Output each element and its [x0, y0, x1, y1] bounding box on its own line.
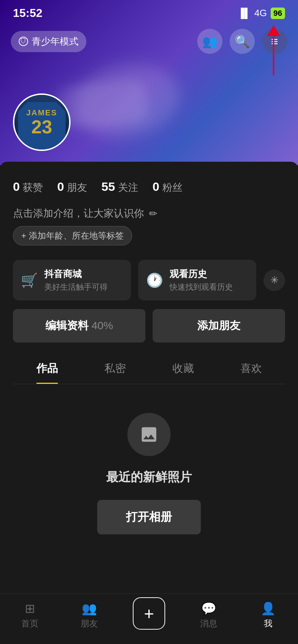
stat-num: 55: [101, 180, 115, 194]
quick-link-icon: 🕐: [146, 272, 163, 288]
open-album-label: 打开相册: [126, 510, 172, 523]
jersey-text: JAMES 23: [26, 108, 57, 136]
nav-icon-1: 👥: [82, 601, 97, 616]
edit-profile-button[interactable]: 编辑资料 40%: [13, 309, 145, 342]
quick-link-sub: 美好生活触手可得: [44, 282, 108, 293]
stat-label: 关注: [118, 181, 138, 194]
bio-placeholder: 点击添加介绍，让大家认识你: [13, 207, 144, 220]
nav-icon-0: ⊞: [25, 601, 35, 616]
annotation-arrow: [267, 25, 280, 75]
arrow-line: [273, 36, 274, 75]
quick-link-text: 抖音商城 美好生活触手可得: [44, 268, 108, 293]
nav-icon-4: 👤: [261, 601, 276, 616]
bottom-nav-item-1[interactable]: 👥 朋友: [60, 601, 119, 629]
asterisk-icon: ✳: [270, 274, 279, 286]
edit-icon: ✏: [149, 208, 157, 220]
add-tag-button[interactable]: + 添加年龄、所在地等标签: [13, 226, 132, 245]
shield-icon: ⛉: [19, 37, 28, 46]
quick-link-icon: 🛒: [21, 272, 38, 288]
youth-mode-button[interactable]: ⛉ 青少年模式: [11, 31, 86, 52]
edit-profile-percent: 40%: [91, 319, 113, 331]
friends-button[interactable]: 👥: [197, 29, 222, 54]
stat-num: 0: [153, 180, 159, 194]
bottom-nav-item-3[interactable]: 💬 消息: [179, 601, 239, 629]
search-icon: 🔍: [235, 34, 250, 49]
add-tag-label: + 添加年龄、所在地等标签: [21, 230, 124, 242]
add-friend-button[interactable]: 添加朋友: [153, 309, 285, 342]
bottom-nav-item-4[interactable]: 👤 我: [238, 601, 298, 629]
bottom-nav: ⊞ 首页 👥 朋友 + 💬 消息 👤 我: [0, 593, 298, 644]
status-time: 15:52: [13, 6, 42, 20]
bottom-nav-item-2[interactable]: +: [119, 601, 179, 630]
tabs-row: 作品私密收藏喜欢: [13, 353, 285, 384]
empty-state: 最近的新鲜照片 打开相册: [13, 384, 285, 556]
nav-label-0: 首页: [21, 618, 39, 629]
open-album-button[interactable]: 打开相册: [97, 500, 201, 534]
plus-icon: +: [144, 604, 154, 624]
empty-title: 最近的新鲜照片: [106, 469, 192, 486]
arrow-head: [267, 25, 280, 36]
main-content: 0获赞0朋友55关注0粉丝 点击添加介绍，让大家认识你 ✏ + 添加年龄、所在地…: [0, 162, 298, 644]
add-friend-label: 添加朋友: [197, 319, 240, 331]
quick-link-title: 抖音商城: [44, 268, 108, 280]
stat-label: 朋友: [67, 181, 87, 194]
action-buttons: 编辑资料 40% 添加朋友: [13, 309, 285, 342]
stat-item: 0朋友: [57, 180, 87, 194]
stat-label: 获赞: [23, 181, 43, 194]
stat-item: 0获赞: [13, 180, 43, 194]
friends-icon: 👥: [202, 34, 217, 49]
search-button[interactable]: 🔍: [230, 29, 255, 54]
stats-row: 0获赞0朋友55关注0粉丝: [13, 172, 285, 203]
jersey-number: 23: [26, 118, 57, 136]
quick-link-0[interactable]: 🛒 抖音商城 美好生活触手可得: [13, 260, 131, 300]
stat-item: 0粉丝: [153, 180, 182, 194]
tab-私密[interactable]: 私密: [81, 353, 149, 384]
network-label: 4G: [254, 8, 267, 19]
nav-label-1: 朋友: [81, 618, 98, 629]
tab-喜欢[interactable]: 喜欢: [217, 353, 285, 384]
avatar-area: JAMES 23: [13, 93, 71, 151]
battery-label: 96: [271, 8, 285, 19]
tab-收藏[interactable]: 收藏: [149, 353, 217, 384]
avatar[interactable]: JAMES 23: [13, 93, 71, 151]
avatar-inner: JAMES 23: [14, 95, 69, 150]
status-bar: 15:52 ▐▌ 4G 96: [0, 0, 298, 23]
stat-label: 粉丝: [162, 181, 182, 194]
empty-icon-circle: [127, 413, 171, 456]
status-icons: ▐▌ 4G 96: [238, 8, 285, 19]
tab-作品[interactable]: 作品: [13, 353, 81, 384]
photo-icon: [139, 425, 159, 444]
bio-section: 点击添加介绍，让大家认识你 ✏ + 添加年龄、所在地等标签: [13, 203, 285, 251]
nav-icon-3: 💬: [201, 601, 216, 616]
quick-link-1[interactable]: 🕐 观看历史 快速找到观看历史: [138, 260, 256, 300]
stat-num: 0: [57, 180, 64, 194]
quick-link-more-button[interactable]: ✳: [263, 270, 285, 291]
youth-mode-label: 青少年模式: [32, 35, 78, 48]
stat-item: 55关注: [101, 180, 138, 194]
edit-profile-label: 编辑资料: [45, 319, 89, 331]
hero-banner: ⛉ 青少年模式 👥 🔍 ≡ JAMES 23: [0, 0, 298, 165]
quick-link-title: 观看历史: [170, 268, 233, 280]
quick-links: 🛒 抖音商城 美好生活触手可得 🕐 观看历史 快速找到观看历史 ✳: [13, 260, 285, 300]
signal-icon: ▐▌: [238, 8, 251, 19]
bio-text[interactable]: 点击添加介绍，让大家认识你 ✏: [13, 207, 285, 220]
bottom-nav-item-0[interactable]: ⊞ 首页: [0, 601, 60, 629]
create-button[interactable]: +: [133, 597, 165, 630]
top-nav: ⛉ 青少年模式 👥 🔍 ≡: [0, 29, 298, 54]
quick-link-text: 观看历史 快速找到观看历史: [170, 268, 233, 293]
nav-label-4: 我: [264, 618, 272, 629]
nav-label-3: 消息: [200, 618, 217, 629]
stat-num: 0: [13, 180, 20, 194]
quick-link-sub: 快速找到观看历史: [170, 282, 233, 293]
